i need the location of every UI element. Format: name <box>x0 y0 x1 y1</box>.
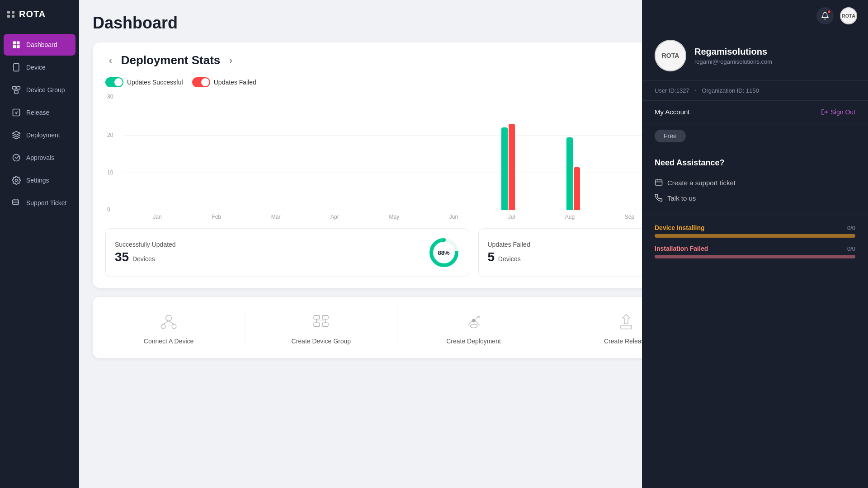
create-release-label: Create Release <box>604 338 648 345</box>
ticket-icon <box>655 178 663 187</box>
stat-failed-label: Updates Failed <box>488 241 530 248</box>
create-deployment-icon <box>462 310 485 333</box>
talk-to-us-button[interactable]: Talk to us <box>655 190 855 206</box>
bar-red-jul <box>509 124 515 210</box>
sidebar-item-label: Dashboard <box>26 41 57 48</box>
top-avatar-text: ROTA <box>842 13 855 19</box>
sidebar-item-device[interactable]: Device <box>4 56 75 78</box>
panel-actions: My Account Sign Out <box>642 101 868 123</box>
connect-device-button[interactable]: Connect A Device <box>93 306 245 349</box>
grid-label-20: 20 <box>107 132 113 138</box>
sign-out-button[interactable]: Sign Out <box>821 108 855 116</box>
sidebar-item-label: Device <box>26 64 46 71</box>
bar-green-jul <box>501 127 508 210</box>
svg-rect-6 <box>13 87 16 89</box>
user-info: Regamisolutions regami@regamisolutions.c… <box>694 47 855 65</box>
sidebar-nav: Dashboard Device Device Group Release <box>0 28 79 488</box>
installation-failed-value: 0/0 <box>847 245 855 252</box>
svg-rect-24 <box>322 323 328 326</box>
deployment-icon <box>12 131 21 140</box>
bar-red-aug <box>574 167 580 210</box>
installation-failed-row: Installation Failed 0/0 <box>655 245 855 258</box>
stats-next-button[interactable]: › <box>226 53 236 67</box>
panel-meta: User ID:1327 • Organization ID: 1150 <box>642 81 868 101</box>
svg-rect-8 <box>14 91 18 94</box>
svg-rect-1 <box>17 42 20 45</box>
svg-rect-7 <box>17 87 20 89</box>
notification-bell-button[interactable] <box>816 7 834 24</box>
sidebar-item-label: Deployment <box>26 131 60 139</box>
notification-dot <box>827 9 831 14</box>
talk-to-us-label: Talk to us <box>667 194 696 202</box>
svg-rect-9 <box>13 109 20 116</box>
create-deployment-label: Create Deployment <box>446 338 501 345</box>
settings-icon <box>12 176 21 185</box>
installation-failed-label: Installation Failed <box>655 245 708 252</box>
sidebar-item-dashboard[interactable]: Dashboard <box>4 34 75 56</box>
org-id: Organization ID: 1150 <box>702 87 759 94</box>
app-logo[interactable]: ROTA <box>0 0 79 28</box>
svg-rect-30 <box>621 325 632 329</box>
svg-rect-3 <box>17 45 20 48</box>
toggle-successful-label: Updates Successful <box>127 79 183 86</box>
device-icon <box>12 63 21 72</box>
device-group-icon <box>12 85 21 94</box>
grid-label-0: 0 <box>107 206 110 213</box>
create-device-group-label: Create Device Group <box>292 338 351 345</box>
device-installing-label: Device Installing <box>655 224 704 231</box>
stats-title: Deployment Stats <box>121 53 221 67</box>
chart-label-aug: Aug <box>565 214 575 220</box>
sidebar-item-label: Approvals <box>26 154 54 161</box>
sidebar-item-approvals[interactable]: Approvals <box>4 147 75 169</box>
sidebar-item-support[interactable]: Support Ticket <box>4 192 75 214</box>
svg-point-28 <box>470 324 477 328</box>
stat-successful-info: Successfully Updated 35 Devices <box>115 241 176 264</box>
app-name: ROTA <box>19 9 46 19</box>
chart-label-sep: Sep <box>625 214 634 220</box>
right-panel: ROTA ROTA Regamisolutions regami@regamis… <box>642 0 868 488</box>
stat-failed-value: 5 Devices <box>488 250 530 264</box>
chart-label-jan: Jan <box>153 214 161 220</box>
sidebar-item-settings[interactable]: Settings <box>4 169 75 191</box>
panel-header: ROTA Regamisolutions regami@regamisoluti… <box>642 27 868 81</box>
sidebar-item-label: Device Group <box>26 86 65 94</box>
email: regami@regamisolutions.com <box>694 58 855 65</box>
user-id: User ID:1327 <box>655 87 689 94</box>
top-avatar-button[interactable]: ROTA <box>840 7 857 24</box>
avatar-inner: ROTA <box>655 40 686 71</box>
device-installing-header: Device Installing 0/0 <box>655 224 855 231</box>
device-installing-row: Device Installing 0/0 <box>655 224 855 238</box>
grid-label-30: 30 <box>107 94 113 100</box>
approvals-icon <box>12 153 21 162</box>
dashboard-icon <box>12 40 21 49</box>
svg-rect-21 <box>314 315 320 319</box>
support-icon <box>12 198 21 207</box>
logo-dots <box>7 11 14 18</box>
sidebar: ROTA Dashboard Device Device Group <box>0 0 79 488</box>
svg-point-17 <box>161 324 165 329</box>
stat-failed-info: Updates Failed 5 Devices <box>488 241 530 264</box>
my-account-link[interactable]: My Account <box>655 108 690 116</box>
svg-rect-22 <box>322 315 328 319</box>
svg-rect-23 <box>314 323 320 326</box>
stat-successful-value: 35 Devices <box>115 250 176 264</box>
create-support-ticket-button[interactable]: Create a support ticket <box>655 175 855 190</box>
assistance-title: Need Assistance? <box>655 158 855 168</box>
create-device-group-button[interactable]: Create Device Group <box>245 306 397 349</box>
sidebar-item-release[interactable]: Release <box>4 102 75 123</box>
toggle-successful-switch[interactable] <box>105 77 123 87</box>
panel-plan: Free <box>642 123 868 149</box>
chart-label-jun: Jun <box>449 214 458 220</box>
sidebar-item-deployment[interactable]: Deployment <box>4 124 75 146</box>
create-deployment-button[interactable]: Create Deployment <box>397 306 550 349</box>
stat-successful-label: Successfully Updated <box>115 241 176 248</box>
connect-device-icon <box>157 310 180 333</box>
avatar: ROTA <box>655 40 686 71</box>
sidebar-item-device-group[interactable]: Device Group <box>4 79 75 101</box>
device-installing-value: 0/0 <box>847 225 855 231</box>
sign-out-icon <box>821 108 828 116</box>
toggle-failed-switch[interactable] <box>192 77 210 87</box>
sidebar-item-label: Release <box>26 109 49 116</box>
toggle-successful: Updates Successful <box>105 77 183 87</box>
stats-prev-button[interactable]: ‹ <box>105 53 116 67</box>
